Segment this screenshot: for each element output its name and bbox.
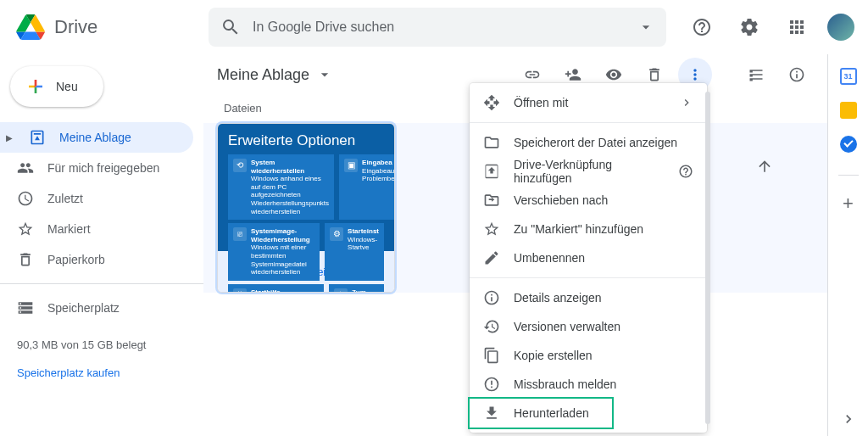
storage-info: 90,3 MB von 15 GB belegt Speicherplatz k… <box>0 323 203 384</box>
file-thumbnail: Erweiterte Optionen ⟲System wiederherste… <box>218 124 394 251</box>
sidebar-item-storage[interactable]: Speicherplatz <box>0 293 193 323</box>
new-button[interactable]: Neu <box>10 66 103 107</box>
trash-icon <box>17 251 34 268</box>
sidebar-item-shared[interactable]: Für mich freigegeben <box>0 153 193 183</box>
download-icon <box>483 405 500 422</box>
menu-copy[interactable]: Kopie erstellen <box>470 341 707 370</box>
menu-label: Verschieben nach <box>514 193 608 207</box>
drive-logo-icon[interactable] <box>14 10 47 44</box>
menu-report[interactable]: Missbrauch melden <box>470 370 707 399</box>
chevron-right-icon: ▶ <box>3 133 15 143</box>
sidebar-item-starred[interactable]: Markiert <box>0 214 193 244</box>
divider <box>0 283 203 284</box>
new-button-label: Neu <box>56 80 78 93</box>
menu-show-location[interactable]: Speicherort der Datei anzeigen <box>470 128 707 157</box>
info-icon[interactable] <box>780 58 814 92</box>
breadcrumb-label: Meine Ablage <box>217 66 309 84</box>
menu-versions[interactable]: Versionen verwalten <box>470 312 707 341</box>
menu-separator <box>470 277 707 278</box>
sidebar-item-label: Speicherplatz <box>47 301 120 315</box>
menu-separator <box>470 122 707 123</box>
menu-scrollbar[interactable] <box>705 92 710 424</box>
star-icon <box>17 221 34 238</box>
open-with-icon <box>483 94 500 111</box>
settings-icon[interactable] <box>732 10 766 44</box>
menu-label: Herunterladen <box>514 406 589 420</box>
thumb-tile: ⎚Systemimage-WiederherstellungWindows mi… <box>228 223 320 281</box>
sidebar-item-my-drive[interactable]: ▶ Meine Ablage <box>0 122 193 153</box>
view-list-icon[interactable] <box>739 58 773 92</box>
folder-icon <box>483 134 500 151</box>
header-actions <box>685 10 854 44</box>
menu-label: Umbenennen <box>514 251 585 265</box>
search-placeholder: In Google Drive suchen <box>253 20 637 35</box>
chevron-right-icon <box>680 96 693 109</box>
menu-label: Versionen verwalten <box>514 320 620 333</box>
storage-text: 90,3 MB von 15 GB belegt <box>17 338 186 351</box>
menu-label: Zu "Markiert" hinzufügen <box>514 222 643 236</box>
chevron-down-icon <box>316 66 333 83</box>
search-filter-icon[interactable] <box>637 19 654 36</box>
menu-rename[interactable]: Umbenennen <box>470 243 707 272</box>
menu-details[interactable]: Details anzeigen <box>470 283 707 312</box>
apps-icon[interactable] <box>780 10 814 44</box>
sidebar-item-label: Papierkorb <box>47 253 105 266</box>
versions-icon <box>483 318 500 335</box>
recent-icon <box>17 190 34 207</box>
menu-label: Drive-Verknüpfung hinzufügen <box>514 158 665 185</box>
add-addon-icon[interactable]: + <box>843 193 854 215</box>
menu-add-shortcut[interactable]: Drive-Verknüpfung hinzufügen <box>470 157 707 186</box>
sidebar-item-label: Für mich freigegeben <box>47 161 159 175</box>
shared-icon <box>17 159 34 176</box>
thumb-tile: ⚙StarteinstWindows-Startve <box>325 223 384 281</box>
side-panel: + <box>827 54 868 436</box>
divider <box>838 175 859 176</box>
sidebar-item-trash[interactable]: Papierkorb <box>0 244 193 275</box>
keep-icon[interactable] <box>840 102 857 119</box>
help-icon[interactable] <box>685 10 719 44</box>
menu-download[interactable]: Herunterladen <box>470 399 707 428</box>
menu-add-star[interactable]: Zu "Markiert" hinzufügen <box>470 215 707 243</box>
sidebar: Neu ▶ Meine Ablage Für mich freigegeben … <box>0 54 203 436</box>
star-icon <box>483 221 500 238</box>
menu-label: Missbrauch melden <box>514 377 616 391</box>
menu-move-to[interactable]: Verschieben nach <box>470 186 707 215</box>
menu-label: Kopie erstellen <box>514 349 593 362</box>
help-icon[interactable] <box>678 164 693 179</box>
menu-label: Öffnen mit <box>514 96 568 109</box>
breadcrumb[interactable]: Meine Ablage <box>217 66 333 84</box>
thumb-tile: ▣EingabeaEingabeauffordr Problembehandl <box>339 154 395 220</box>
file-card[interactable]: Erweiterte Optionen ⟲System wiederherste… <box>217 123 395 293</box>
shortcut-icon <box>483 163 500 180</box>
search-box[interactable]: In Google Drive suchen <box>209 8 666 47</box>
context-menu: Öffnen mit Speicherort der Datei anzeige… <box>470 83 707 433</box>
scroll-up-icon[interactable] <box>756 158 773 175</box>
tasks-icon[interactable] <box>840 136 857 153</box>
sidebar-item-label: Zuletzt <box>47 192 83 205</box>
thumb-tile: ⟨⟩StarthilfeProbleme beheben, die das La… <box>228 284 324 293</box>
thumb-tile: ⟲System wiederherstellenWindows anhand e… <box>228 154 334 220</box>
thumb-title: Erweiterte Optionen <box>228 132 384 149</box>
avatar[interactable] <box>827 14 854 41</box>
storage-icon <box>17 299 34 316</box>
buy-storage-link[interactable]: Speicherplatz kaufen <box>17 366 186 379</box>
logo-area: Drive <box>14 10 209 44</box>
search-icon <box>220 17 241 37</box>
details-icon <box>483 289 500 306</box>
sidebar-item-recent[interactable]: Zuletzt <box>0 183 193 214</box>
rename-icon <box>483 249 500 266</box>
sidebar-item-label: Meine Ablage <box>59 131 131 144</box>
header: Drive In Google Drive suchen <box>0 0 868 54</box>
move-icon <box>483 192 500 209</box>
thumb-tile: ⚙Zum vorhzurückke <box>329 284 384 293</box>
report-icon <box>483 376 500 393</box>
menu-open-with[interactable]: Öffnen mit <box>470 88 707 117</box>
my-drive-icon <box>29 129 46 146</box>
calendar-icon[interactable] <box>840 68 857 85</box>
sidebar-item-label: Markiert <box>47 222 91 236</box>
collapse-panel-icon[interactable] <box>840 411 857 428</box>
menu-label: Speicherort der Datei anzeigen <box>514 136 677 149</box>
app-name: Drive <box>54 16 97 38</box>
menu-label: Details anzeigen <box>514 291 602 305</box>
copy-icon <box>483 347 500 364</box>
